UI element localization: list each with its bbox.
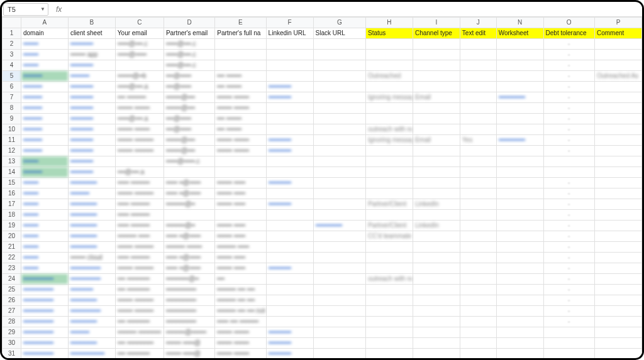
cell[interactable]: Outreached [366,71,413,82]
row-header[interactable]: 14 [3,167,21,178]
cell[interactable]: ━━━━ ━━━━━ [115,135,164,146]
cell[interactable]: ━━━━━━ [266,146,313,156]
cell[interactable]: Ignoring messag [366,135,413,146]
cell[interactable]: ━━ ━━━━━ [115,92,164,103]
cell[interactable] [496,210,543,221]
cell[interactable] [313,188,366,199]
row-header[interactable]: 30 [3,338,21,349]
cell[interactable] [313,50,366,60]
cell[interactable]: ━━━━━━ [68,60,115,71]
cell[interactable]: ━━━━━ ━━ ━━ not found [215,306,266,317]
cell[interactable]: ━━━━ ━━━━ [115,124,164,135]
cell[interactable]: - [543,188,594,199]
row-header[interactable]: 16 [3,188,21,199]
cell[interactable] [313,317,366,327]
cell[interactable]: ━━@━━━ [164,124,214,135]
cell[interactable] [594,327,641,338]
cell[interactable]: - [543,242,594,253]
row-header[interactable]: 5 [3,71,21,82]
cell[interactable]: ━━━━━ ━━ ━━ [215,285,266,295]
cell[interactable]: ━━━━ ━━━━━ [115,188,164,199]
cell[interactable] [460,146,496,156]
cell[interactable] [413,114,460,124]
cell[interactable]: Partner's full na [215,28,266,39]
cell[interactable] [366,338,413,349]
cell[interactable]: ━━━━@━b [115,71,164,82]
cell[interactable] [266,274,313,285]
cell[interactable] [594,338,641,349]
cell[interactable] [215,60,266,71]
cell[interactable] [460,253,496,263]
cell[interactable]: ━━━━ [21,253,68,263]
cell[interactable] [460,210,496,221]
cell[interactable]: - [543,263,594,274]
cell[interactable] [460,71,496,82]
cell[interactable] [366,285,413,295]
cell[interactable] [594,124,641,135]
cell[interactable] [496,39,543,50]
cell[interactable]: ━━━━ [21,156,68,167]
cell[interactable]: ━━━━━━━ [68,338,115,349]
cell[interactable] [366,167,413,178]
cell[interactable] [496,221,543,231]
cell[interactable]: ━━━@━━.c [115,39,164,50]
row-header[interactable]: 13 [3,156,21,167]
cell[interactable]: ━━━━━━ [266,349,313,359]
cell[interactable]: ━━━ ━━━━━ [115,221,164,231]
cell[interactable]: ━━━━━ [21,103,68,114]
column-header-P[interactable]: P [594,18,641,28]
cell[interactable]: ━━━━━ [68,188,115,199]
cell[interactable]: ━━━━━ [21,167,68,178]
cell[interactable] [594,242,641,253]
column-header-row[interactable]: ABCDEFGHIJNOP [3,18,642,28]
cell[interactable]: ━━ ━━━━━━━ [115,338,164,349]
cell[interactable] [366,39,413,50]
cell[interactable]: ━━━━━━━━ [68,263,115,274]
cell[interactable] [366,327,413,338]
cell[interactable] [313,60,366,71]
cell[interactable] [496,231,543,242]
cell[interactable] [496,306,543,317]
cell[interactable]: - [543,114,594,124]
cell[interactable]: ━━━━━━━ [496,92,543,103]
cell[interactable] [313,114,366,124]
cell[interactable]: ━━━━━━━ [68,231,115,242]
cell[interactable]: - [543,253,594,263]
cell[interactable]: ━━ ━━━━━━ [115,274,164,285]
cell[interactable]: ━━━━━━━ [496,135,543,146]
cell[interactable]: - [543,82,594,92]
cell[interactable]: ━━━ ━━━━━ [115,210,164,221]
cell[interactable] [460,199,496,210]
cell[interactable] [413,306,460,317]
cell[interactable]: - [543,210,594,221]
row-header[interactable]: 12 [3,146,21,156]
cell[interactable] [543,156,594,167]
cell[interactable] [266,221,313,231]
cell[interactable]: ━━━━ ━━━━ [215,338,266,349]
cell[interactable] [460,124,496,135]
cell[interactable]: ━━━━━━ [68,39,115,50]
cell[interactable]: ━━━━━@━ [164,221,214,231]
cell[interactable]: ━━━@━━.c [164,60,214,71]
cell[interactable]: ━━━━ ━━━━━ [115,263,164,274]
cell[interactable] [413,338,460,349]
cell[interactable] [413,39,460,50]
cell[interactable]: ━━━ ━@━━━ [164,253,214,263]
cell[interactable]: ━━━━@━━ [164,103,214,114]
cell[interactable] [413,317,460,327]
select-all-corner[interactable] [3,18,21,28]
cell[interactable]: ━━ ━━━━━━ [115,349,164,359]
column-header-C[interactable]: C [115,18,164,28]
cell[interactable]: Worksheet [496,28,543,39]
cell[interactable]: ━━━━ [21,39,68,50]
cell[interactable]: ━━━━━ ━━ ━━ [215,295,266,306]
cell[interactable]: ━━━━━━━━ [164,295,214,306]
cell[interactable] [366,114,413,124]
cell[interactable]: ━━━━━━ [266,92,313,103]
cell[interactable]: ━━━ ━━━━━ [115,199,164,210]
cell[interactable] [460,242,496,253]
cell[interactable] [115,60,164,71]
cell[interactable]: ━━━━━━ [68,146,115,156]
cell[interactable] [496,103,543,114]
cell[interactable]: outreach with no [366,274,413,285]
